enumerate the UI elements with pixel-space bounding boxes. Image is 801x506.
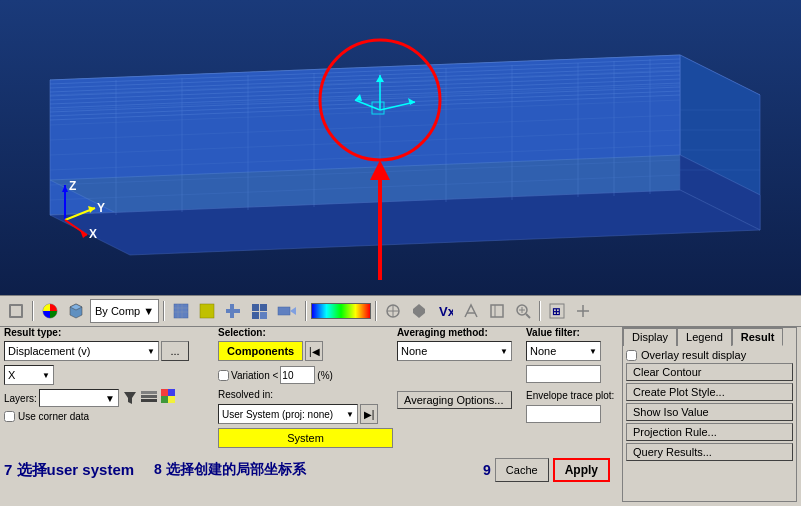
cache-button[interactable]: Cache — [495, 458, 549, 482]
user-system-dropdown[interactable]: User System (proj: none) ▼ — [218, 404, 358, 424]
query-results-button[interactable]: Query Results... — [626, 443, 793, 461]
color-icon[interactable] — [161, 389, 179, 407]
main-toolbar: By Comp ▼ Vx ⊞ — [0, 295, 801, 327]
create-plot-style-button[interactable]: Create Plot Style... — [626, 383, 793, 401]
toolbar-sep-4 — [375, 301, 377, 321]
tab-legend[interactable]: Legend — [677, 328, 732, 346]
toolbar-icon-13[interactable] — [571, 299, 595, 323]
tab-legend-label: Legend — [686, 331, 723, 343]
toolbar-icon-2[interactable] — [195, 299, 219, 323]
user-system-value: User System (proj: none) — [222, 409, 333, 420]
toolbar-cube-icon[interactable] — [64, 299, 88, 323]
svg-rect-101 — [168, 389, 175, 396]
toolbar-icon-9[interactable] — [459, 299, 483, 323]
toolbar-sep-1 — [32, 301, 34, 321]
svg-text:Vx: Vx — [439, 304, 453, 319]
use-corner-data-checkbox[interactable] — [4, 411, 15, 422]
step7-annotation: 7 选择user system — [4, 461, 134, 480]
toolbar-icon-8[interactable]: Vx — [433, 299, 457, 323]
value-filter-dropdown[interactable]: None ▼ — [526, 341, 601, 361]
envelope-label: Envelope trace plot: — [526, 390, 614, 401]
overlay-row: Overlay result display — [626, 349, 793, 361]
svg-rect-60 — [11, 306, 21, 316]
selection-label: Selection: — [218, 327, 393, 338]
apply-button[interactable]: Apply — [553, 458, 610, 482]
overlay-label: Overlay result display — [641, 349, 746, 361]
svg-marker-96 — [124, 392, 136, 404]
svg-line-89 — [526, 314, 530, 318]
result-type-label: Result type: — [4, 327, 214, 338]
toolbar-color-icon[interactable] — [38, 299, 62, 323]
tabs-row: Display Legend Result — [623, 328, 796, 346]
toolbar-sep-3 — [305, 301, 307, 321]
toolbar-icon-11[interactable] — [511, 299, 535, 323]
svg-rect-73 — [260, 304, 267, 311]
system-button[interactable]: System — [218, 428, 393, 448]
svg-rect-69 — [200, 304, 214, 318]
toolbar-icon-1[interactable] — [4, 299, 28, 323]
clear-contour-button[interactable]: Clear Contour — [626, 363, 793, 381]
dots-button[interactable]: ... — [161, 341, 189, 361]
toolbar-icon-6[interactable] — [381, 299, 405, 323]
svg-rect-81 — [413, 309, 425, 313]
variation-input[interactable] — [280, 366, 315, 384]
nav-last-btn[interactable]: ▶| — [360, 404, 378, 424]
result-type-dropdown[interactable]: Displacement (v) ▼ — [4, 341, 159, 361]
svg-marker-83 — [413, 313, 425, 318]
value-filter-section: Value filter: None ▼ Envelope trace plot… — [526, 327, 616, 423]
svg-rect-71 — [230, 304, 234, 318]
layers-dropdown[interactable]: ▼ — [39, 389, 119, 407]
toolbar-icon-4[interactable] — [247, 299, 271, 323]
layers-arrow: ▼ — [105, 393, 115, 404]
value-filter-label: Value filter: — [526, 327, 616, 338]
svg-rect-97 — [141, 391, 157, 394]
color-spectrum — [311, 303, 371, 319]
svg-rect-64 — [174, 304, 188, 318]
svg-rect-103 — [168, 396, 175, 403]
svg-marker-77 — [290, 307, 296, 315]
averaging-dropdown[interactable]: None ▼ — [397, 341, 512, 361]
tab-display[interactable]: Display — [623, 328, 677, 346]
overlay-checkbox[interactable] — [626, 350, 637, 361]
filter-icon[interactable] — [121, 389, 139, 407]
toolbar-icon-5[interactable] — [273, 299, 301, 323]
result-type-arrow: ▼ — [147, 347, 155, 356]
3d-viewport[interactable]: Z Y X — [0, 0, 801, 295]
tab-content: Overlay result display Clear Contour Cre… — [623, 346, 796, 464]
svg-rect-76 — [278, 307, 290, 315]
svg-marker-82 — [413, 304, 425, 309]
x-dropdown[interactable]: X ▼ — [4, 365, 54, 385]
svg-rect-99 — [141, 399, 157, 402]
result-type-section: Result type: Displacement (v) ▼ ... X ▼ — [4, 327, 214, 422]
by-comp-label: By Comp — [95, 305, 140, 317]
svg-text:Y: Y — [97, 201, 105, 215]
x-value: X — [8, 369, 15, 381]
averaging-label: Averaging method: — [397, 327, 522, 338]
x-arrow: ▼ — [42, 371, 50, 380]
toolbar-sep-2 — [163, 301, 165, 321]
svg-text:⊞: ⊞ — [552, 306, 560, 317]
svg-rect-86 — [491, 305, 503, 317]
resolved-in-label: Resolved in: — [218, 389, 273, 400]
left-sections: Result type: Displacement (v) ▼ ... X ▼ — [4, 327, 618, 502]
show-iso-value-button[interactable]: Show Iso Value — [626, 403, 793, 421]
tab-result[interactable]: Result — [732, 328, 784, 346]
svg-rect-75 — [260, 312, 267, 319]
layers-icon[interactable] — [141, 389, 159, 407]
by-comp-arrow: ▼ — [143, 305, 154, 317]
components-button[interactable]: Components — [218, 341, 303, 361]
toolbar-icon-7[interactable] — [407, 299, 431, 323]
averaging-options-button[interactable]: Averaging Options... — [397, 391, 512, 409]
toolbar-icon-12[interactable]: ⊞ — [545, 299, 569, 323]
toolbar-mesh-icon[interactable] — [169, 299, 193, 323]
toolbar-icon-3[interactable] — [221, 299, 245, 323]
projection-rule-button[interactable]: Projection Rule... — [626, 423, 793, 441]
toolbar-icon-10[interactable] — [485, 299, 509, 323]
variation-checkbox[interactable] — [218, 370, 229, 381]
by-comp-dropdown[interactable]: By Comp ▼ — [90, 299, 159, 323]
svg-text:Z: Z — [69, 179, 76, 193]
svg-rect-98 — [141, 395, 157, 398]
bottom-panel: Result type: Displacement (v) ▼ ... X ▼ — [0, 327, 801, 506]
selection-section: Selection: Components |◀ Variation < (%)… — [218, 327, 393, 448]
nav-first-btn[interactable]: |◀ — [305, 341, 323, 361]
